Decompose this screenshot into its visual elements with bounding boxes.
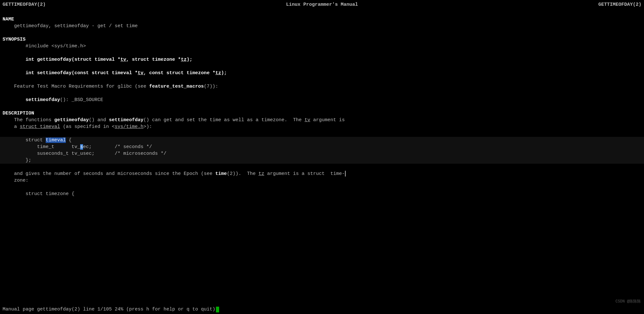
struct-close: }; bbox=[0, 157, 644, 164]
desc-line2: a struct timeval (as specified in <sys/t… bbox=[3, 123, 641, 130]
blank-line-9 bbox=[3, 164, 641, 170]
status-text: Manual page gettimeofday(2) line 1/105 2… bbox=[3, 306, 215, 313]
status-cursor bbox=[216, 307, 219, 312]
struct-timeval-open: struct timeval { bbox=[0, 137, 644, 144]
struct-field1: time_t tv_sec; /* seconds */ bbox=[0, 144, 644, 150]
blank-line-7 bbox=[3, 103, 641, 110]
header-right: GETTIMEOFDAY(2) bbox=[598, 1, 641, 8]
section-name-title: NAME bbox=[3, 16, 641, 23]
feature-test-line: Feature Test Macro Requirements for glib… bbox=[3, 83, 641, 90]
synopsis-include: #include <sys/time.h> bbox=[3, 43, 641, 50]
desc-line4: zone: bbox=[3, 177, 641, 184]
section-synopsis-title: SYNOPSIS bbox=[3, 36, 641, 43]
blank-line-1 bbox=[3, 9, 641, 16]
header-left: GETTIMEOFDAY(2) bbox=[3, 1, 46, 8]
terminal-window: GETTIMEOFDAY(2) Linux Programmer's Manua… bbox=[0, 0, 644, 314]
struct-timezone-open: struct timezone { bbox=[3, 191, 641, 197]
status-bar: Manual page gettimeofday(2) line 1/105 2… bbox=[0, 305, 644, 314]
settimeofday-macro: settimeofday(): _BSD_SOURCE bbox=[3, 97, 641, 103]
man-content: NAME gettimeofday, settimeofday - get / … bbox=[0, 9, 644, 197]
blank-line-3 bbox=[3, 50, 641, 56]
blank-line-8 bbox=[3, 130, 641, 137]
header-center: Linux Programmer's Manual bbox=[286, 1, 358, 8]
desc-line3: and gives the number of seconds and micr… bbox=[3, 170, 641, 177]
blank-line-2 bbox=[3, 29, 641, 36]
blank-line-4 bbox=[3, 63, 641, 70]
synopsis-func1: int gettimeofday(struct timeval *tv, str… bbox=[3, 56, 641, 63]
blank-line-6 bbox=[3, 90, 641, 97]
man-header: GETTIMEOFDAY(2) Linux Programmer's Manua… bbox=[0, 0, 644, 9]
section-name-body: gettimeofday, settimeofday - get / set t… bbox=[3, 23, 641, 29]
section-description-title: DESCRIPTION bbox=[3, 110, 641, 117]
blank-line-5 bbox=[3, 76, 641, 83]
watermark: CSDN @陈陈陈 bbox=[616, 299, 641, 304]
blank-line-10 bbox=[3, 184, 641, 191]
desc-line1: The functions gettimeofday() and settime… bbox=[3, 117, 641, 123]
synopsis-func2: int settimeofday(const struct timeval *t… bbox=[3, 70, 641, 76]
struct-field2: suseconds_t tv_usec; /* microseconds */ bbox=[0, 150, 644, 157]
